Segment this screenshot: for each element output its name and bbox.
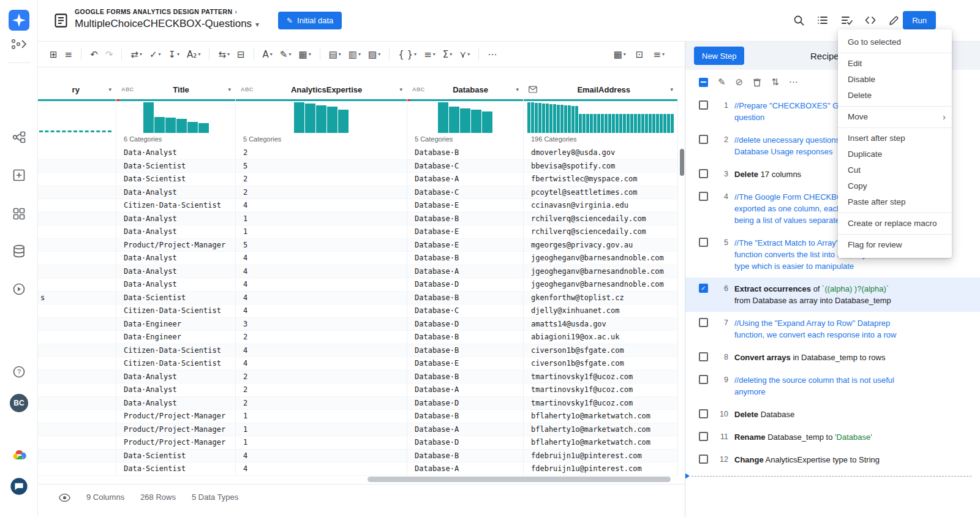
table-cell[interactable]: Database·B	[407, 252, 524, 265]
table-cell[interactable]: bflaherty1o@marketwatch.com	[524, 423, 678, 436]
table-cell[interactable]: 4	[236, 278, 407, 291]
table-cell[interactable]: Data·Engineer	[116, 331, 236, 344]
table-cell[interactable]: Database·D	[407, 318, 524, 331]
histogram-bars[interactable]	[236, 101, 407, 133]
recipe-step-8[interactable]: 8Convert arrays in Database_temp to rows	[685, 346, 980, 369]
insert-rows-icon[interactable]: ▤▾	[326, 47, 344, 62]
extract-icon[interactable]: ↧▾	[165, 47, 183, 62]
table-cell[interactable]: Data·Scientist	[116, 160, 236, 173]
table-cell[interactable]: 2	[236, 331, 407, 344]
disable-step-icon[interactable]: ⊘	[736, 77, 744, 88]
column-header-AnalyticsExpertise[interactable]: ABCAnalyticsExpertise▾	[236, 80, 407, 99]
table-cell[interactable]: 1	[236, 225, 407, 238]
recipe-step-9[interactable]: 9//deleting the source column that is no…	[685, 369, 980, 403]
table-cell[interactable]: Citizen·Data·Scientist	[116, 344, 236, 357]
run-button[interactable]: Run	[903, 11, 936, 29]
table-cell[interactable]: Data·Analyst	[116, 146, 236, 159]
table-cell[interactable]: Database·B	[407, 344, 524, 357]
recipe-step-12[interactable]: 12Change AnalyticsExpertise type to Stri…	[685, 448, 980, 471]
table-cell[interactable]: s	[38, 292, 116, 304]
table-cell[interactable]: gkenforthw@toplist.cz	[524, 292, 678, 304]
table-cell[interactable]: amatts14@usda.gov	[524, 318, 678, 331]
histogram-bars[interactable]	[116, 101, 235, 133]
table-cell[interactable]: 5	[236, 160, 407, 173]
menu-item-move[interactable]: Move›	[838, 109, 952, 125]
table-cell[interactable]: Citizen·Data·Scientist	[116, 357, 236, 370]
code-icon[interactable]	[864, 14, 876, 26]
table-cell[interactable]: Database·B	[407, 213, 524, 225]
eyedropper-icon[interactable]	[888, 14, 900, 26]
step-checkbox[interactable]	[699, 100, 708, 110]
menu-item-duplicate[interactable]: Duplicate	[838, 146, 952, 162]
table-cell[interactable]: mgeorges@privacy.gov.au	[524, 239, 678, 252]
table-cell[interactable]: Data·Analyst	[116, 278, 236, 291]
table-cell[interactable]	[38, 423, 116, 436]
menu-item-disable[interactable]: Disable	[838, 72, 952, 88]
undo-icon[interactable]: ↶	[87, 47, 101, 62]
menu-item-flag-for-review[interactable]: Flag for review	[838, 237, 952, 253]
table-cell[interactable]	[38, 331, 116, 344]
table-cell[interactable]: Data·Scientist	[116, 462, 236, 475]
steps-list-icon[interactable]	[816, 14, 829, 26]
title-chevron-icon[interactable]: ▾	[255, 20, 259, 29]
view-options-icon[interactable]: ▦▾	[611, 47, 629, 62]
table-cell[interactable]: Data·Analyst	[116, 265, 236, 278]
step-checkbox[interactable]	[699, 318, 708, 327]
table-cell[interactable]: 2	[236, 371, 407, 383]
table-cell[interactable]: 4	[236, 357, 407, 370]
select-all-checkbox[interactable]	[699, 78, 708, 87]
table-cell[interactable]: 4	[236, 252, 407, 265]
table-cell[interactable]	[38, 318, 116, 331]
table-cell[interactable]: Database·C	[407, 304, 524, 317]
standardize-icon[interactable]: ✓▾	[146, 47, 164, 62]
horizontal-scrollbar[interactable]	[368, 477, 671, 482]
redo-icon[interactable]: ↷	[102, 47, 116, 62]
table-cell[interactable]: 1	[236, 423, 407, 436]
edit-values-icon[interactable]: ✎▾	[277, 47, 295, 62]
step-checkbox[interactable]	[699, 375, 708, 384]
step-checkbox[interactable]	[699, 192, 708, 201]
column-header-ry[interactable]: ry▾	[38, 80, 116, 99]
find-replace-icon[interactable]: ⇄▾	[127, 47, 145, 62]
dataprep-logo[interactable]	[0, 10, 38, 31]
support-chat-icon[interactable]	[0, 477, 38, 496]
table-cell[interactable]	[38, 450, 116, 462]
table-cell[interactable]	[38, 146, 116, 159]
flow-nav-icon[interactable]	[0, 38, 38, 50]
column-menu-icon[interactable]: ▾	[108, 86, 111, 92]
table-cell[interactable]: Data·Engineer	[116, 318, 236, 331]
structure-icon[interactable]: ▦▾	[295, 47, 314, 62]
table-cell[interactable]: Database·B	[407, 450, 524, 462]
table-cell[interactable]	[38, 278, 116, 291]
table-cell[interactable]: Data·Analyst	[116, 383, 236, 396]
menu-item-copy[interactable]: Copy	[838, 178, 952, 194]
table-cell[interactable]: ccinavasn@virginia.edu	[524, 199, 678, 212]
insert-step-line[interactable]	[692, 476, 971, 477]
join-icon[interactable]: ⋎▾	[456, 47, 473, 62]
table-cell[interactable]: Database·A	[407, 423, 524, 436]
plans-icon[interactable]	[0, 168, 38, 183]
table-cell[interactable]: fbertwistlec@myspace.com	[524, 173, 678, 186]
table-cell[interactable]	[38, 160, 116, 173]
column-menu-icon[interactable]: ▾	[670, 86, 673, 92]
table-cell[interactable]	[38, 462, 116, 475]
table-cell[interactable]: Citizen·Data·Scientist	[116, 199, 236, 212]
column-details-icon[interactable]: ⊡	[633, 47, 647, 62]
table-cell[interactable]: 5	[236, 239, 407, 252]
table-cell[interactable]: Data·Scientist	[116, 292, 236, 304]
step-checkbox[interactable]	[699, 169, 708, 178]
table-cell[interactable]: Database·E	[407, 199, 524, 212]
histogram-bars[interactable]	[407, 101, 523, 133]
table-cell[interactable]: Database·A	[407, 462, 524, 475]
table-cell[interactable]	[38, 225, 116, 238]
aggregate-icon[interactable]: Σ▾	[440, 47, 456, 62]
table-cell[interactable]: 2	[236, 383, 407, 396]
delete-step-icon[interactable]	[753, 78, 761, 87]
more-tools-icon[interactable]: ⋯	[484, 47, 500, 62]
table-cell[interactable]	[38, 213, 116, 225]
column-menu-icon[interactable]: ▾	[516, 86, 519, 92]
table-cell[interactable]: jgeogheganv@barnesandnoble.com	[524, 252, 678, 265]
table-cell[interactable]: bflaherty1o@marketwatch.com	[524, 410, 678, 423]
table-cell[interactable]: tmartinovsky1f@ucoz.com	[524, 371, 678, 383]
table-cell[interactable]: Product/Project·Manager	[116, 436, 236, 449]
